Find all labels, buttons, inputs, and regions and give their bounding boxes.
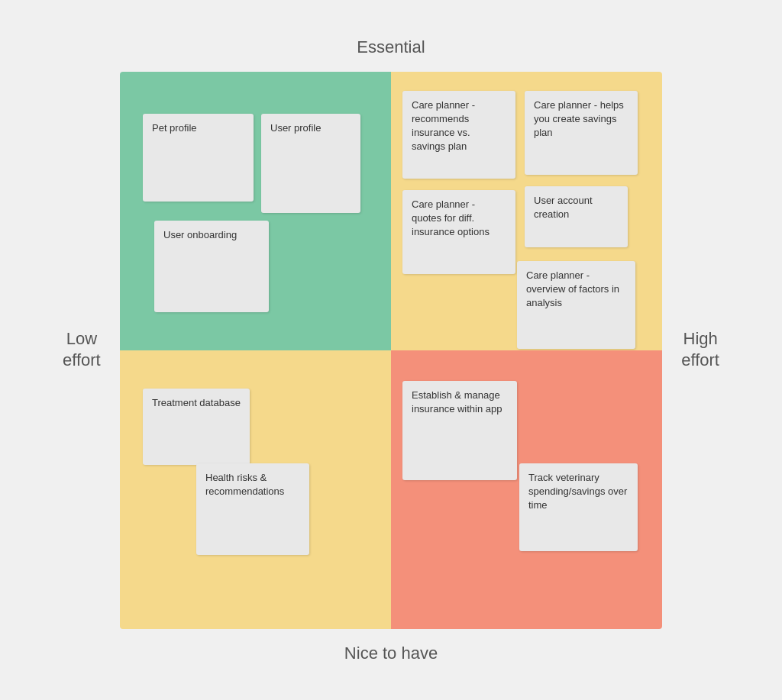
quadrant-bottom-left: Treatment database Health risks & recomm… [120, 350, 391, 629]
card-user-profile: User profile [261, 114, 360, 213]
card-care-planner-helps: Care planner - helps you create savings … [525, 91, 638, 175]
card-user-account-creation: User account creation [525, 186, 628, 247]
card-care-planner-quotes: Care planner - quotes for diff. insuranc… [402, 190, 515, 274]
quadrant-top-right: Care planner - recommends insurance vs. … [391, 72, 662, 350]
label-essential: Essential [357, 37, 425, 57]
label-low-effort: Loweffort [63, 328, 101, 372]
card-health-risks: Health risks & recommendations [196, 463, 309, 555]
card-care-planner-recommends: Care planner - recommends insurance vs. … [402, 91, 515, 179]
quadrant-bottom-right: Establish & manage insurance within app … [391, 350, 662, 629]
diagram-wrapper: Essential Nice to have Loweffort Higheff… [63, 30, 719, 671]
card-treatment-database: Treatment database [143, 389, 250, 465]
card-establish-insurance: Establish & manage insurance within app [402, 381, 517, 480]
label-nice-to-have: Nice to have [344, 644, 438, 663]
card-user-onboarding: User onboarding [154, 221, 269, 312]
card-care-planner-overview: Care planner - overview of factors in an… [517, 261, 635, 349]
quadrant-grid: Pet profile User profile User onboarding… [120, 72, 662, 629]
quadrant-top-left: Pet profile User profile User onboarding [120, 72, 391, 350]
card-pet-profile: Pet profile [143, 114, 254, 202]
card-track-veterinary: Track veterinary spending/savings over t… [519, 463, 638, 551]
label-high-effort: Higheffort [681, 328, 719, 372]
